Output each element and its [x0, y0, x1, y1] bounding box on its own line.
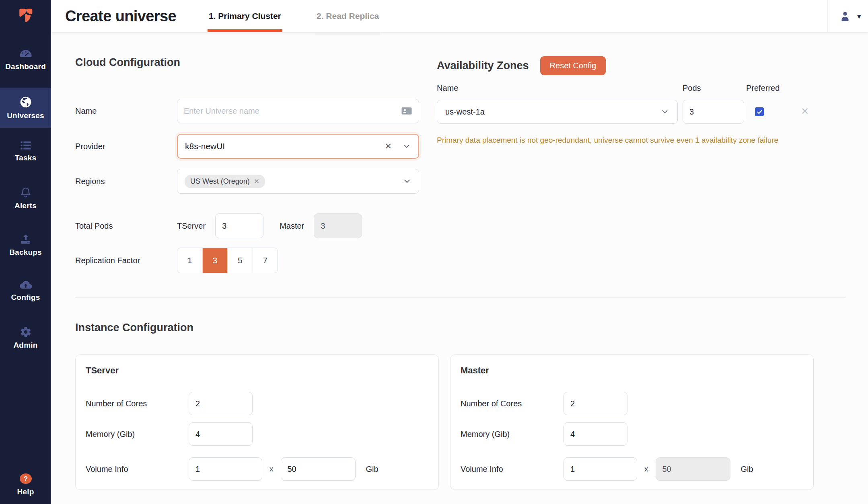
sidebar-item-label: Configs	[11, 293, 40, 302]
provider-label: Provider	[75, 142, 105, 151]
az-row: us-west-1a ✕	[437, 100, 847, 124]
header: Create universe 1. Primary Cluster 2. Re…	[51, 0, 868, 32]
sidebar-item-backups[interactable]: Backups	[0, 233, 51, 257]
create-universe-page: Dashboard Universes Tasks Alerts	[0, 0, 868, 504]
replication-option-5[interactable]: 5	[228, 248, 253, 273]
cloud-upload-icon	[19, 280, 32, 290]
regions-label: Regions	[75, 177, 105, 186]
master-pods-input	[314, 213, 362, 238]
dashboard-gauge-icon	[19, 49, 32, 59]
az-pods-column-header: Pods	[683, 84, 701, 93]
instance-configuration-section: Instance Configuration TServer Number of…	[75, 322, 846, 334]
chevron-down-icon[interactable]	[402, 142, 411, 151]
sidebar-item-tasks[interactable]: Tasks	[0, 140, 51, 162]
tab-primary-cluster[interactable]: 1. Primary Cluster	[209, 0, 281, 32]
replication-option-1[interactable]: 1	[177, 248, 203, 273]
bell-icon	[20, 186, 32, 199]
memory-label: Memory (Gib)	[461, 430, 510, 439]
master-volume-size-input	[656, 457, 730, 481]
chevron-down-icon[interactable]	[660, 107, 669, 116]
regions-select[interactable]: US West (Oregon) ✕	[177, 169, 419, 194]
tserver-instance-card: TServer Number of Cores Memory (Gib) Vol…	[75, 354, 439, 490]
sidebar-item-dashboard[interactable]: Dashboard	[0, 49, 51, 71]
sidebar-item-label: Tasks	[15, 154, 36, 162]
az-name-value: us-west-1a	[445, 107, 660, 117]
master-cores-input[interactable]	[564, 392, 627, 415]
replication-factor-row: Replication Factor 1 3 5 7	[75, 248, 429, 273]
name-label: Name	[75, 107, 97, 116]
universe-name-input[interactable]	[177, 99, 419, 123]
reset-config-button[interactable]: Reset Config	[540, 56, 606, 75]
yugabyte-logo-icon[interactable]	[15, 6, 37, 28]
total-pods-row: Total Pods TServer Master	[75, 213, 429, 238]
az-pods-input[interactable]	[683, 100, 744, 124]
replication-factor-group: 1 3 5 7	[177, 248, 278, 273]
provider-row: Provider k8s-newUI ✕	[75, 134, 429, 159]
sidebar-item-label: Backups	[9, 248, 42, 257]
availability-zones-section: Availability Zones Reset Config Name Pod…	[437, 56, 847, 75]
sidebar-item-label: Universes	[7, 111, 44, 120]
az-remove-icon[interactable]: ✕	[801, 106, 809, 117]
volume-multiply-label: x	[644, 465, 648, 473]
sidebar-item-admin[interactable]: Admin	[0, 326, 51, 350]
regions-row: Regions US West (Oregon) ✕	[75, 169, 429, 194]
sidebar-item-label: Help	[17, 488, 34, 496]
chevron-down-icon[interactable]	[403, 177, 411, 186]
volume-unit-label: Gib	[741, 465, 753, 474]
tserver-card-title: TServer	[86, 365, 119, 376]
header-divider	[827, 0, 828, 32]
tserver-memory-input[interactable]	[189, 422, 253, 446]
az-warning-text: Primary data placement is not geo-redund…	[437, 136, 839, 145]
tserver-pods-input[interactable]	[215, 213, 263, 238]
volume-multiply-label: x	[269, 465, 274, 473]
chevron-down-icon: ▾	[857, 12, 861, 21]
provider-select[interactable]: k8s-newUI ✕	[177, 134, 419, 159]
master-memory-input[interactable]	[564, 422, 627, 446]
volume-unit-label: Gib	[366, 465, 378, 474]
availability-zones-heading: Availability Zones	[437, 59, 529, 72]
sidebar-item-label: Alerts	[14, 201, 37, 210]
user-menu[interactable]: ▾	[839, 0, 861, 32]
page-title: Create universe	[65, 0, 176, 32]
task-list-icon	[20, 140, 32, 151]
master-card-title: Master	[461, 365, 489, 376]
user-icon	[839, 10, 852, 23]
az-name-select[interactable]: us-west-1a	[437, 100, 678, 124]
replication-option-7[interactable]: 7	[253, 248, 278, 273]
tserver-volume-count-input[interactable]	[189, 457, 262, 481]
cloud-configuration-section: Cloud Configuration Name Provider k8s-ne…	[75, 56, 429, 69]
gear-icon	[20, 326, 32, 338]
master-instance-card: Master Number of Cores Memory (Gib) Volu…	[450, 354, 814, 490]
az-name-column-header: Name	[437, 84, 458, 93]
master-pods-label: Master	[280, 221, 304, 231]
backup-upload-icon	[20, 233, 32, 245]
region-chip-remove-icon[interactable]: ✕	[254, 177, 259, 186]
sidebar-item-label: Dashboard	[5, 62, 46, 71]
provider-clear-icon[interactable]: ✕	[385, 141, 392, 151]
globe-icon	[19, 96, 32, 109]
id-card-icon	[401, 105, 413, 117]
svg-text:?: ?	[23, 475, 27, 483]
tab-read-replica[interactable]: 2. Read Replica	[317, 0, 379, 32]
az-preferred-column-header: Preferred	[746, 84, 780, 93]
tserver-pods-label: TServer	[177, 221, 206, 231]
sidebar: Dashboard Universes Tasks Alerts	[0, 0, 51, 504]
tserver-cores-input[interactable]	[189, 392, 253, 415]
sidebar-item-configs[interactable]: Configs	[0, 280, 51, 302]
tserver-volume-size-input[interactable]	[281, 457, 356, 481]
total-pods-label: Total Pods	[75, 221, 113, 231]
volume-info-label: Volume Info	[461, 465, 503, 474]
sidebar-item-alerts[interactable]: Alerts	[0, 186, 51, 210]
sidebar-item-universes[interactable]: Universes	[0, 88, 51, 128]
region-chip-label: US West (Oregon)	[190, 177, 250, 186]
section-divider	[75, 297, 846, 298]
replication-option-3[interactable]: 3	[203, 248, 228, 273]
sidebar-item-label: Admin	[13, 341, 37, 350]
replication-factor-label: Replication Factor	[75, 256, 140, 265]
sidebar-item-help[interactable]: ? Help	[0, 473, 51, 496]
master-volume-count-input[interactable]	[564, 457, 637, 481]
cloud-configuration-heading: Cloud Configuration	[75, 56, 429, 69]
region-chip: US West (Oregon) ✕	[185, 175, 265, 188]
checkmark-icon	[757, 109, 763, 115]
az-preferred-checkbox[interactable]	[755, 107, 764, 116]
